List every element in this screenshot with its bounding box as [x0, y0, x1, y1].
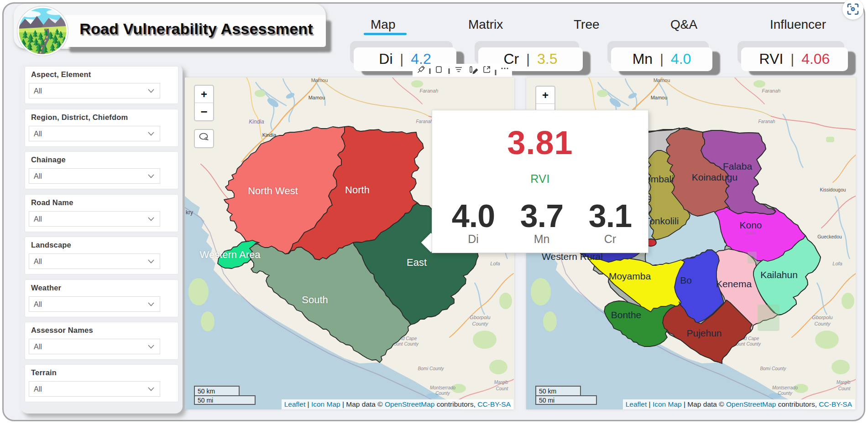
svg-text:kry: kry [186, 209, 193, 216]
svg-text:Montserrado: Montserrado [430, 385, 456, 390]
svg-text:Faranah: Faranah [420, 88, 439, 93]
svg-text:Lofa: Lofa [832, 261, 842, 266]
svg-text:Count: Count [838, 386, 851, 391]
svg-text:Mamou: Mamou [311, 78, 328, 83]
svg-text:Faranah: Faranah [758, 119, 775, 124]
svg-text:Margib: Margib [494, 380, 508, 385]
svg-text:Margib: Margib [837, 380, 851, 385]
svg-text:East: East [407, 257, 427, 268]
svg-text:County: County [778, 391, 793, 396]
svg-text:Faranah: Faranah [416, 119, 433, 124]
svg-text:Kailahun: Kailahun [760, 269, 798, 280]
svg-text:Bomi County: Bomi County [418, 366, 444, 371]
svg-text:Kodu: Kodu [746, 231, 755, 235]
svg-text:Moyamba: Moyamba [609, 271, 651, 281]
svg-text:Pujehun: Pujehun [686, 328, 722, 338]
svg-text:Gueckedou: Gueckedou [817, 234, 842, 239]
svg-text:County: County [472, 321, 489, 326]
svg-text:Montserrado: Montserrado [772, 385, 798, 390]
svg-text:North West: North West [248, 185, 298, 196]
svg-text:Mamou: Mamou [309, 95, 325, 100]
svg-text:Gborpolu: Gborpolu [470, 315, 490, 320]
svg-text:Falaba: Falaba [723, 161, 753, 171]
svg-text:Mamou: Mamou [651, 95, 668, 100]
svg-text:Bomi County: Bomi County [760, 366, 786, 371]
svg-text:County: County [815, 321, 831, 326]
svg-text:Kono: Kono [739, 220, 762, 230]
svg-text:Tonkolili: Tonkolili [645, 216, 679, 226]
svg-text:Bo: Bo [680, 275, 692, 285]
svg-text:Gborpolu: Gborpolu [812, 315, 832, 320]
svg-text:Kindia: Kindia [249, 119, 264, 125]
svg-text:Faranah: Faranah [762, 88, 781, 93]
svg-text:Count: Count [496, 386, 509, 391]
svg-text:Western Area: Western Area [200, 249, 261, 260]
svg-text:South: South [302, 294, 328, 305]
svg-text:Lofa: Lofa [490, 261, 500, 266]
svg-text:Bonthe: Bonthe [611, 310, 642, 320]
svg-text:North: North [345, 184, 370, 196]
svg-text:Kenema: Kenema [716, 279, 752, 289]
svg-text:Mamou: Mamou [654, 78, 670, 83]
svg-text:County: County [435, 391, 450, 396]
svg-text:Kissidougou: Kissidougou [820, 187, 846, 192]
svg-text:Koinadugu: Koinadugu [692, 172, 737, 182]
